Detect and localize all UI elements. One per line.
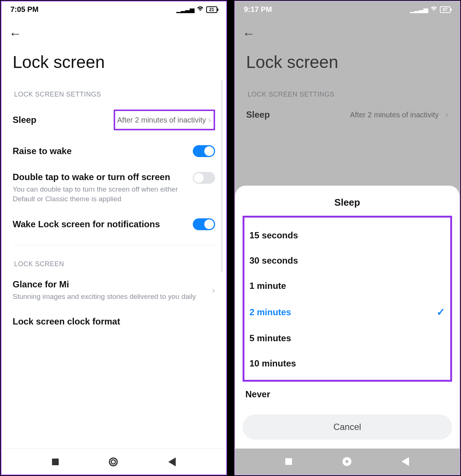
status-time: 9:17 PM [244, 5, 272, 14]
nav-bar [1, 449, 226, 475]
row-raise[interactable]: Raise to wake [1, 138, 226, 164]
phone-left: 7:05 PM ▁▂▃▅ 21 ← Lock screen LOCK SCREE… [1, 1, 227, 475]
divider [13, 245, 215, 245]
phone-right: 9:17 PM ▁▂▃▅ 87 ← Lock screen LOCK SCREE… [234, 1, 461, 475]
row-sleep-label: Sleep [13, 115, 109, 125]
row-sleep[interactable]: Sleep After 2 minutes of inactivity › [1, 102, 226, 138]
check-icon: ✓ [436, 306, 445, 318]
sheet-title: Sleep [243, 197, 452, 208]
option-never[interactable]: Never [243, 382, 452, 407]
row-clockformat-label: Lock screen clock format [13, 316, 215, 327]
nav-home-icon[interactable] [109, 457, 118, 466]
option-5m[interactable]: 5 minutes [247, 326, 448, 351]
cancel-button[interactable]: Cancel [243, 414, 452, 440]
row-doubletap[interactable]: Double tap to wake or turn off screen Yo… [1, 164, 226, 211]
row-glance[interactable]: Glance for Mi Stunning images and exciti… [1, 272, 226, 309]
status-bar: 7:05 PM ▁▂▃▅ 21 [1, 1, 226, 15]
highlight-options: 15 seconds 30 seconds 1 minute 2 minutes… [243, 216, 452, 382]
nav-back-icon[interactable] [168, 457, 176, 466]
highlight-sleep-value: After 2 minutes of inactivity › [114, 110, 215, 130]
nav-home-icon[interactable] [342, 457, 351, 466]
option-10m[interactable]: 10 minutes [247, 351, 448, 376]
chevron-right-icon: › [212, 285, 215, 296]
battery-icon: 87 [440, 6, 451, 13]
row-sleep-value: After 2 minutes of inactivity [117, 116, 206, 124]
toggle-wakelock[interactable] [193, 218, 215, 230]
back-row: ← [235, 15, 460, 45]
nav-recent-icon[interactable] [52, 459, 59, 465]
option-30s[interactable]: 30 seconds [247, 248, 448, 273]
row-raise-label: Raise to wake [13, 146, 188, 156]
back-icon[interactable]: ← [9, 26, 22, 40]
section-header-settings: LOCK SCREEN SETTINGS [1, 83, 226, 102]
row-sleep[interactable]: Sleep After 2 minutes of inactivity › [235, 102, 460, 127]
option-2m[interactable]: 2 minutes ✓ [247, 299, 448, 326]
status-time: 7:05 PM [10, 5, 39, 14]
nav-back-icon[interactable] [402, 457, 409, 466]
status-icons: ▁▂▃▅ 87 [410, 6, 451, 13]
scrollbar[interactable] [221, 79, 223, 273]
row-doubletap-sub: You can double tap to turn the screen of… [13, 185, 188, 203]
nav-recent-icon[interactable] [285, 458, 292, 465]
row-sleep-value: After 2 minutes of inactivity [350, 111, 439, 119]
back-icon[interactable]: ← [243, 26, 255, 40]
nav-bar [235, 449, 460, 475]
option-1m[interactable]: 1 minute [247, 273, 448, 299]
row-sleep-label: Sleep [246, 110, 346, 120]
chevron-right-icon: › [445, 110, 448, 120]
sleep-sheet: Sleep 15 seconds 30 seconds 1 minute 2 m… [235, 186, 460, 449]
row-clockformat[interactable]: Lock screen clock format [1, 309, 226, 334]
toggle-raise[interactable] [193, 145, 215, 157]
row-wakelock-label: Wake Lock screen for notifications [13, 219, 188, 229]
section-header-lockscreen: LOCK SCREEN [1, 253, 226, 272]
row-glance-label: Glance for Mi [13, 279, 205, 290]
status-bar: 9:17 PM ▁▂▃▅ 87 [235, 1, 460, 15]
signal-icon: ▁▂▃▅ [410, 6, 428, 13]
section-header-settings: LOCK SCREEN SETTINGS [235, 83, 460, 102]
signal-icon: ▁▂▃▅ [176, 6, 194, 13]
toggle-doubletap[interactable] [193, 172, 215, 184]
row-doubletap-label: Double tap to wake or turn off screen [13, 172, 188, 182]
row-glance-sub: Stunning images and exciting stories del… [13, 292, 205, 301]
status-icons: ▁▂▃▅ 21 [176, 6, 217, 13]
page-title: Lock screen [235, 45, 460, 83]
wifi-icon [430, 6, 438, 13]
page-title: Lock screen [1, 45, 226, 83]
back-row: ← [1, 15, 226, 45]
row-wakelock[interactable]: Wake Lock screen for notifications [1, 211, 226, 238]
wifi-icon [197, 6, 204, 13]
chevron-right-icon: › [208, 115, 211, 125]
battery-icon: 21 [206, 6, 217, 13]
option-15s[interactable]: 15 seconds [247, 223, 448, 248]
